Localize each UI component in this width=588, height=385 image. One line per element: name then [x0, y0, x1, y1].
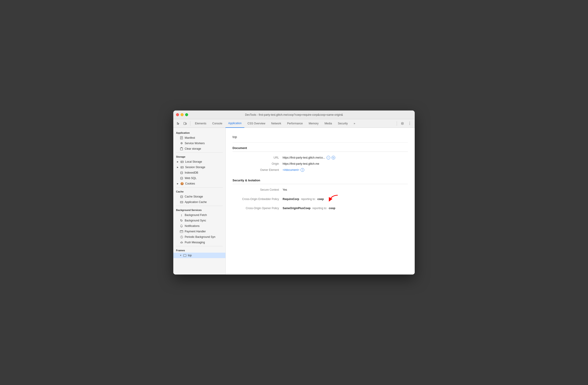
service-workers-label: Service Workers [185, 142, 205, 145]
sidebar-item-local-storage[interactable]: ▶ Local Storage [173, 159, 226, 165]
maximize-button[interactable] [185, 113, 188, 116]
local-storage-icon [180, 160, 184, 164]
sidebar-section-cache: Cache [173, 188, 226, 194]
top-frame-icon [183, 254, 187, 257]
owner-element-info-icon[interactable]: i [301, 168, 304, 172]
sidebar-item-clear-storage[interactable]: Clear storage [173, 146, 226, 151]
svg-rect-1 [186, 123, 187, 124]
divider-1 [176, 152, 223, 153]
coop-reporting-value: coop [329, 207, 336, 210]
tab-application[interactable]: Application [226, 119, 244, 128]
sidebar-item-manifest[interactable]: Manifest [173, 135, 226, 141]
sidebar: Application Manifest ⚙ Service Work [173, 128, 226, 275]
coop-value: SameOriginPlusCoep reporting to: coop [283, 207, 335, 210]
security-isolation-header: Security & Isolation [232, 179, 408, 184]
sidebar-item-payment-handler[interactable]: Payment Handler [173, 229, 226, 234]
toolbar-right-divider [397, 121, 397, 126]
toolbar: Elements Console Application CSS Overvie… [173, 119, 415, 128]
tab-elements[interactable]: Elements [192, 119, 209, 128]
push-messaging-label: Push Messaging [185, 241, 205, 244]
coop-label: Cross-Origin Opener Policy [232, 207, 283, 210]
cookies-icon: 🍪 [180, 182, 184, 185]
sidebar-item-background-fetch[interactable]: ↕ Background Fetch [173, 212, 226, 218]
svg-point-18 [180, 177, 183, 178]
tab-media[interactable]: Media [322, 119, 335, 128]
sidebar-item-notifications[interactable]: Notifications [173, 223, 226, 229]
origin-row: Origin https://first-party-test.glitch.m… [232, 161, 408, 167]
payment-handler-label: Payment Handler [185, 230, 206, 233]
indexeddb-label: IndexedDB [185, 171, 198, 174]
application-cache-icon [180, 200, 183, 204]
svg-rect-6 [180, 148, 183, 150]
more-options-button[interactable]: ⋮ [406, 120, 413, 127]
security-isolation-section: Security & Isolation Secure Context Yes … [232, 179, 408, 211]
service-workers-icon: ⚙ [180, 141, 183, 145]
tab-performance[interactable]: Performance [284, 119, 306, 128]
coop-reporting-text: reporting to: [313, 207, 327, 210]
cache-storage-label: Cache Storage [185, 195, 203, 198]
coep-reporting-text: reporting to: [301, 197, 316, 201]
coep-label: Cross-Origin Embedder Policy [232, 197, 283, 201]
sidebar-item-application-cache[interactable]: Application Cache [173, 199, 226, 205]
tab-security[interactable]: Security [335, 119, 351, 128]
application-cache-label: Application Cache [185, 200, 207, 204]
session-storage-icon [180, 165, 184, 169]
close-button[interactable] [176, 113, 179, 116]
document-section: Document URL https://first-party-test.gl… [232, 146, 408, 173]
url-reload-icon[interactable]: ↻ [332, 156, 335, 159]
tab-console[interactable]: Console [210, 119, 225, 128]
coep-policy-value: RequireCorp [283, 197, 299, 201]
tab-more[interactable]: » [351, 119, 358, 128]
svg-rect-9 [181, 161, 183, 163]
sidebar-item-indexeddb[interactable]: IndexedDB [173, 170, 226, 175]
minimize-button[interactable] [181, 113, 184, 116]
expand-arrow-session-storage: ▶ [177, 166, 179, 168]
url-text: https://first-party-test.glitch.me/co... [283, 156, 325, 159]
sidebar-item-push-messaging[interactable]: Push Messaging [173, 240, 226, 245]
url-value: https://first-party-test.glitch.me/co...… [283, 156, 335, 159]
sidebar-item-background-sync[interactable]: ↻ Background Sync [173, 218, 226, 223]
coep-row: Cross-Origin Embedder Policy RequireCorp… [232, 193, 408, 205]
sidebar-item-web-sql[interactable]: Web SQL [173, 175, 226, 181]
sidebar-item-cache-storage[interactable]: Cache Storage [173, 194, 226, 199]
cache-storage-icon [180, 195, 183, 198]
device-toggle-button[interactable] [182, 120, 188, 127]
devtools-window: DevTools - first-party-test.glitch.me/co… [173, 110, 415, 275]
content-panel: top Document URL https://first-party-tes… [226, 128, 415, 275]
sidebar-item-cookies[interactable]: ▶ 🍪 Cookies [173, 181, 226, 186]
periodic-background-sync-label: Periodic Background Syn [185, 235, 215, 238]
sidebar-section-storage: Storage [173, 153, 226, 159]
toolbar-divider [190, 121, 190, 126]
tab-css-overview[interactable]: CSS Overview [245, 119, 268, 128]
background-fetch-icon: ↕ [180, 213, 183, 217]
sidebar-section-background-services: Background Services [173, 207, 226, 212]
settings-button[interactable] [399, 120, 406, 127]
secure-context-value: Yes [283, 188, 287, 191]
session-storage-label: Session Storage [185, 166, 205, 169]
secure-context-row: Secure Context Yes [232, 187, 408, 193]
sidebar-item-service-workers[interactable]: ⚙ Service Workers [173, 141, 226, 146]
owner-element-link[interactable]: <#document> [283, 168, 299, 171]
tab-network[interactable]: Network [269, 119, 284, 128]
sidebar-item-top-frame[interactable]: ▼ top [173, 253, 226, 258]
sidebar-scroll-area[interactable]: Application Manifest ⚙ Service Work [173, 130, 226, 273]
tab-memory[interactable]: Memory [306, 119, 321, 128]
svg-rect-23 [180, 230, 183, 233]
url-security-icon[interactable]: ○ [327, 156, 330, 159]
coop-row: Cross-Origin Opener Policy SameOriginPlu… [232, 205, 408, 211]
owner-element-value: <#document> i [283, 168, 304, 172]
top-frame-label: top [188, 254, 192, 257]
titlebar: DevTools - first-party-test.glitch.me/co… [173, 110, 415, 119]
svg-rect-13 [181, 166, 183, 168]
notifications-icon [180, 224, 183, 228]
sidebar-section-application: Application [173, 130, 226, 135]
indexeddb-icon [180, 171, 183, 174]
sidebar-item-session-storage[interactable]: ▶ Session Storage [173, 165, 226, 170]
coep-value: RequireCorp reporting to: coep [283, 194, 339, 204]
cursor-icon-button[interactable] [175, 120, 182, 127]
payment-handler-icon [180, 230, 183, 233]
clear-storage-label: Clear storage [185, 147, 201, 150]
web-sql-label: Web SQL [185, 176, 196, 180]
sidebar-item-periodic-background-sync[interactable]: Periodic Background Syn [173, 234, 226, 240]
web-sql-icon [180, 176, 183, 180]
